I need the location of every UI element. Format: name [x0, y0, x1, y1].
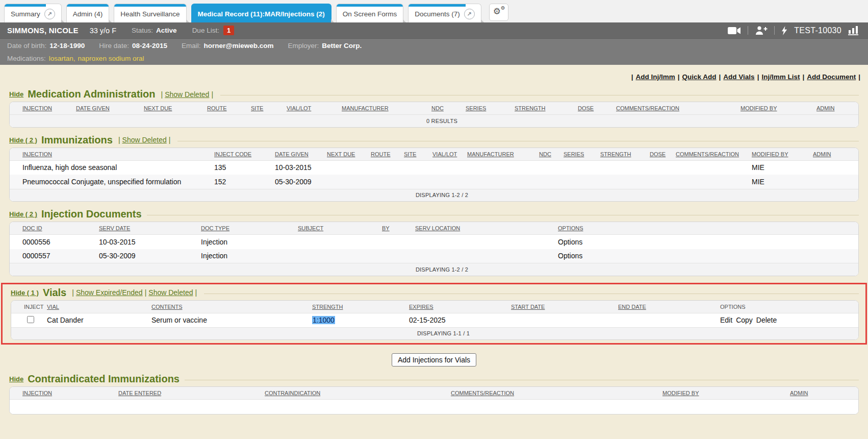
column-header[interactable]: MODIFIED BY	[752, 148, 813, 161]
divider	[748, 26, 748, 35]
medication-link[interactable]: naproxen sodium oral	[78, 55, 144, 62]
column-header[interactable]: BY	[382, 222, 415, 235]
table-cell	[618, 313, 720, 327]
tab-documents[interactable]: Documents (7) ↗	[408, 4, 481, 22]
video-camera-icon[interactable]	[728, 27, 741, 35]
section-title: Immunizations	[41, 134, 113, 146]
medication-link[interactable]: losartan	[49, 55, 73, 62]
column-header[interactable]: SITE	[251, 102, 287, 115]
column-header[interactable]: ADMIN	[816, 102, 859, 115]
column-header[interactable]: COMMENTS/REACTION	[676, 148, 752, 161]
quick-add-link[interactable]: Quick Add	[682, 73, 717, 81]
hide-link[interactable]: Hide ( 1 )	[11, 289, 39, 297]
column-header[interactable]: VIAL	[47, 301, 151, 313]
column-header[interactable]: DOSE	[650, 148, 676, 161]
copy-link[interactable]: Copy	[736, 316, 753, 324]
column-header[interactable]: SITE	[404, 148, 432, 161]
options-link[interactable]: Options	[558, 238, 582, 246]
column-header[interactable]: INJECTION	[10, 148, 214, 161]
column-header[interactable]: OPTIONS	[720, 301, 859, 313]
column-header[interactable]: NDC	[539, 148, 564, 161]
vial-select-checkbox[interactable]	[27, 316, 34, 323]
column-header[interactable]: VIAL/LOT	[287, 102, 342, 115]
tab-on-screen-forms[interactable]: On Screen Forms	[336, 4, 404, 22]
show-deleted-link[interactable]: Show Deleted	[122, 136, 167, 144]
lightning-icon[interactable]	[781, 26, 787, 35]
column-header[interactable]: MANUFACTURER	[342, 102, 431, 115]
column-header[interactable]: COMMENTS/REACTION	[451, 387, 662, 400]
column-header[interactable]: NEXT DUE	[327, 148, 371, 161]
column-header[interactable]: NDC	[431, 102, 466, 115]
popout-icon[interactable]: ↗	[464, 9, 475, 19]
header-row: INJECTIONINJECT CODEDATE GIVENNEXT DUERO…	[10, 148, 859, 161]
delete-link[interactable]: Delete	[756, 316, 777, 324]
column-header[interactable]: INJECT CODE	[214, 148, 275, 161]
column-header[interactable]: INJECT	[11, 301, 47, 313]
status-value: Active	[156, 27, 177, 34]
column-header[interactable]: OPTIONS	[558, 222, 859, 235]
add-user-icon[interactable]	[755, 26, 768, 35]
add-inj-imm-link[interactable]: Add Inj/Imm	[636, 73, 675, 81]
hide-link[interactable]: Hide	[9, 375, 23, 383]
tab-medical-record[interactable]: Medical Record (11):MAR/Injections (2)	[191, 4, 331, 22]
tab-label: Health Surveillance	[120, 10, 180, 18]
column-header[interactable]: DATE GIVEN	[76, 102, 144, 115]
column-header[interactable]: STRENGTH	[515, 102, 578, 115]
bar-chart-icon[interactable]	[848, 26, 860, 35]
hide-link[interactable]: Hide ( 2 )	[9, 136, 37, 144]
column-header[interactable]: ADMIN	[813, 148, 859, 161]
column-header[interactable]: END DATE	[618, 301, 720, 313]
hide-link[interactable]: Hide	[9, 90, 23, 98]
column-header[interactable]: INJECTION	[10, 387, 118, 400]
column-header[interactable]: SERV LOCATION	[415, 222, 558, 235]
add-vials-link[interactable]: Add Vials	[723, 73, 754, 81]
column-header[interactable]: SERIES	[564, 148, 600, 161]
column-header[interactable]: INJECTION	[10, 102, 76, 115]
table-cell	[813, 175, 859, 189]
column-header[interactable]: ADMIN	[790, 387, 859, 400]
edit-link[interactable]: Edit	[720, 316, 732, 324]
inj-imm-list-link[interactable]: Inj/Imm List	[761, 73, 800, 81]
column-header[interactable]: SERV DATE	[99, 222, 201, 235]
table-cell: EditCopyDelete	[720, 313, 859, 327]
settings-button[interactable]: ⚙ ⚙	[489, 4, 508, 21]
column-header[interactable]: DOC ID	[10, 222, 99, 235]
hide-link[interactable]: Hide ( 2 )	[9, 210, 37, 218]
show-expired-ended-link[interactable]: Show Expired/Ended	[76, 288, 143, 297]
column-header[interactable]: CONTENTS	[151, 301, 312, 313]
table-cell: 1:1000	[312, 313, 409, 327]
column-header[interactable]: VIAL/LOT	[432, 148, 467, 161]
show-deleted-link[interactable]: Show Deleted	[148, 288, 193, 297]
column-header[interactable]: COMMENTS/REACTION	[616, 102, 741, 115]
column-header[interactable]: CONTRAINDICATION	[265, 387, 451, 400]
column-header[interactable]: SERIES	[466, 102, 515, 115]
options-link[interactable]: Options	[558, 252, 582, 260]
column-header[interactable]: EXPIRES	[409, 301, 511, 313]
tab-summary[interactable]: Summary ↗	[4, 4, 62, 22]
column-header[interactable]: ROUTE	[207, 102, 251, 115]
tab-health-surveillance[interactable]: Health Surveillance	[114, 4, 186, 22]
tab-admin[interactable]: Admin (4)	[66, 4, 110, 22]
tab-bar: Summary ↗ Admin (4) Health Surveillance …	[0, 0, 868, 22]
column-header[interactable]: STRENGTH	[600, 148, 650, 161]
column-header[interactable]: DOSE	[578, 102, 616, 115]
column-header[interactable]: ROUTE	[371, 148, 404, 161]
show-deleted-link[interactable]: Show Deleted	[165, 90, 209, 99]
table-cell: MIE	[752, 175, 813, 189]
column-header[interactable]: DOC TYPE	[201, 222, 298, 235]
column-header[interactable]: MODIFIED BY	[741, 102, 816, 115]
column-header[interactable]: SUBJECT	[298, 222, 382, 235]
column-header[interactable]: DATE ENTERED	[118, 387, 265, 400]
table-cell: 0000556	[10, 235, 99, 249]
add-injections-for-vials-button[interactable]: Add Injections for Vials	[392, 353, 476, 367]
column-header[interactable]: MANUFACTURER	[467, 148, 539, 161]
column-header[interactable]: MODIFIED BY	[662, 387, 790, 400]
popout-icon[interactable]: ↗	[44, 9, 55, 19]
table-cell	[298, 235, 382, 249]
column-header[interactable]: STRENGTH	[312, 301, 409, 313]
column-header[interactable]: DATE GIVEN	[275, 148, 327, 161]
due-list-badge[interactable]: 1	[223, 26, 234, 35]
add-document-link[interactable]: Add Document	[807, 73, 856, 81]
column-header[interactable]: NEXT DUE	[144, 102, 207, 115]
column-header[interactable]: START DATE	[511, 301, 618, 313]
